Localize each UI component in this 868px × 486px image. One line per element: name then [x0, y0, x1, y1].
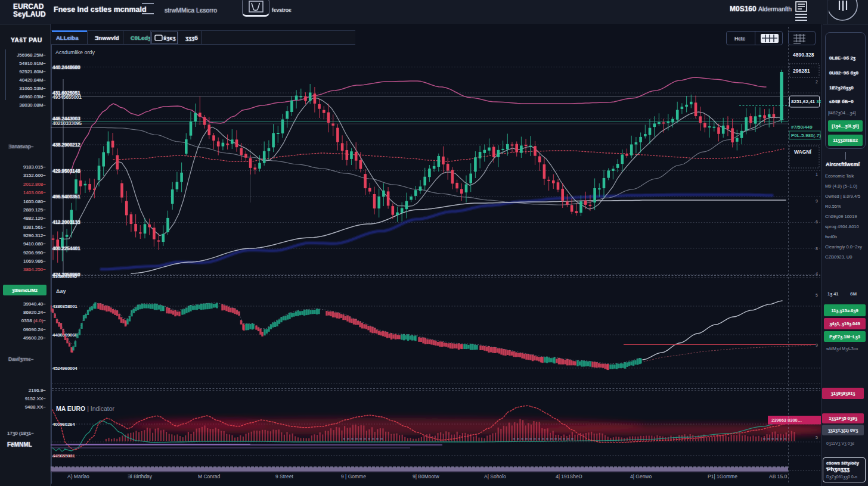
svg-text:9| B0Mootw: 9| B0Mootw	[413, 473, 440, 479]
svg-text:1: 1	[816, 172, 818, 176]
svg-text:496.9400351: 496.9400351	[52, 194, 80, 200]
svg-text:Δay: Δay	[56, 288, 66, 294]
svg-text:400.2254401: 400.2254401	[52, 245, 80, 251]
svg-text:6: 6	[816, 220, 818, 224]
svg-text:4524960004: 4524960004	[52, 366, 78, 371]
svg-text:9 | Gomme: 9 | Gomme	[341, 473, 366, 479]
svg-text:4| Genwo: 4| Genwo	[630, 473, 652, 479]
svg-text:4890.328: 4890.328	[793, 52, 814, 58]
svg-text:8: 8	[816, 247, 818, 251]
svg-text:AB 15.0: AB 15.0	[769, 473, 788, 479]
svg-text:A| Sohoſo: A| Sohoſo	[484, 473, 506, 479]
svg-text:2: 2	[816, 80, 818, 84]
svg-text:8251,62,41 30: 8251,62,41 30	[791, 99, 822, 104]
svg-text:4: 4	[816, 272, 818, 276]
svg-text:WAGNſ: WAGNſ	[794, 149, 811, 155]
svg-text:M Conrad: M Conrad	[198, 473, 221, 479]
svg-text:239063 8300…: 239063 8300…	[771, 418, 802, 423]
svg-text:P1| 1Gomme: P1| 1Gomme	[708, 473, 737, 479]
svg-text:4| 191SheD: 4| 191SheD	[556, 473, 582, 479]
svg-text:400960264: 400960264	[52, 422, 75, 427]
svg-text:9 Street: 9 Street	[275, 473, 293, 479]
svg-text:#7/50/449: #7/50/449	[791, 124, 813, 130]
svg-text:200129118: 200129118	[52, 453, 75, 459]
svg-text:5: 5	[816, 435, 818, 440]
svg-text:440.2448680: 440.2448680	[52, 64, 80, 70]
svg-text:MA EURO | Indicator: MA EURO | Indicator	[56, 405, 115, 412]
svg-text:438.2900212: 438.2900212	[52, 142, 80, 148]
svg-text:Acsdumlike ordy: Acsdumlike ordy	[55, 49, 95, 55]
svg-text:429.9503148: 429.9503148	[52, 168, 80, 174]
svg-text:Ǝi Birthday: Ǝi Birthday	[128, 473, 153, 479]
svg-text:4108692092: 4108692092	[52, 274, 78, 279]
svg-text:9: 9	[816, 343, 818, 347]
svg-text:A) Marſao: A) Marſao	[67, 473, 89, 479]
svg-text:5: 5	[816, 293, 818, 297]
svg-text:412.2003133: 412.2003133	[52, 219, 80, 225]
svg-text:296281: 296281	[793, 68, 810, 74]
svg-text:P0L.5-980(-7): P0L.5-980(-7)	[791, 133, 821, 138]
svg-text:4380358001: 4380358001	[52, 304, 78, 309]
svg-text:40210333095: 40210333095	[52, 120, 82, 126]
svg-text:49345655001: 49345655001	[52, 94, 82, 100]
svg-text:9: 9	[816, 199, 818, 203]
